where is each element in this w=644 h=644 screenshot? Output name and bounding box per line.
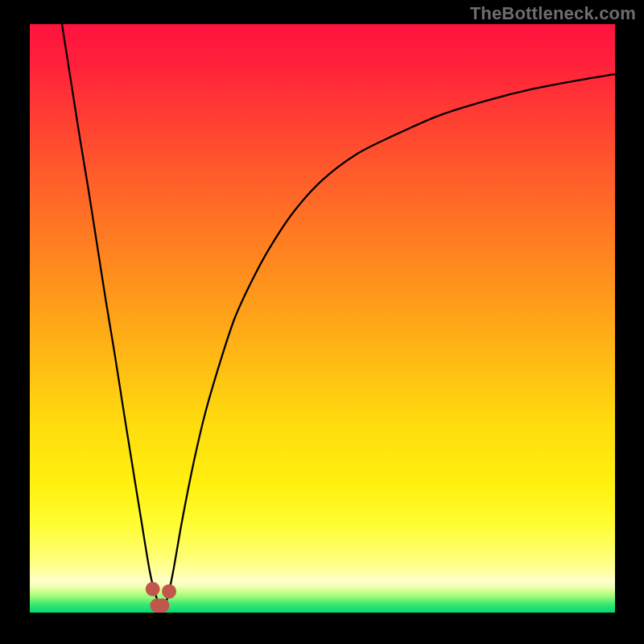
minimum-dot: [146, 582, 160, 597]
bottleneck-chart: [0, 0, 644, 644]
plot-background: [30, 24, 615, 613]
minimum-dot: [162, 584, 176, 599]
minimum-dot: [155, 598, 169, 613]
watermark-text: TheBottleneck.com: [470, 3, 636, 24]
